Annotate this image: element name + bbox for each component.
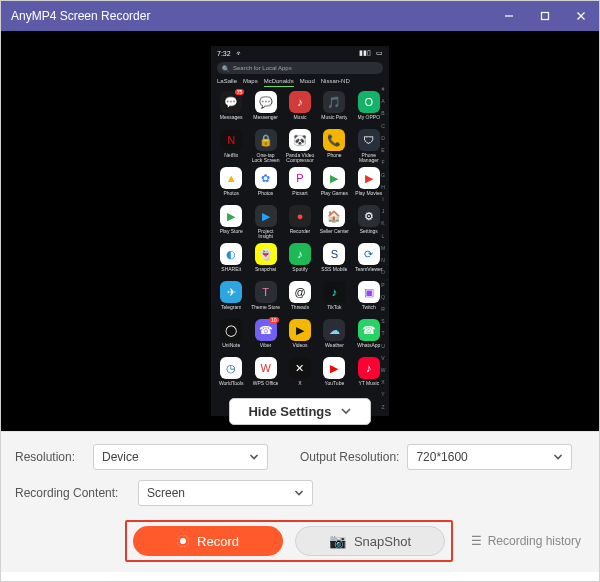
- app-item[interactable]: ♪Spotify: [284, 243, 316, 277]
- app-item[interactable]: ☎10Viber: [249, 319, 281, 353]
- app-item[interactable]: ◯UniNote: [215, 319, 247, 353]
- chevron-down-icon: [294, 486, 304, 500]
- list-icon: ☰: [471, 534, 482, 548]
- app-item[interactable]: 🎵Music Party: [318, 91, 350, 125]
- index-letter[interactable]: #: [379, 86, 387, 92]
- app-item[interactable]: 🏠Seller Center: [318, 205, 350, 239]
- maximize-button[interactable]: [527, 1, 563, 31]
- index-letter[interactable]: E: [379, 147, 387, 153]
- app-item[interactable]: ▶Videos: [284, 319, 316, 353]
- index-letter[interactable]: I: [379, 196, 387, 202]
- app-item[interactable]: ✕X: [284, 357, 316, 391]
- index-letter[interactable]: Q: [379, 294, 387, 300]
- app-item[interactable]: ◐SHAREit: [215, 243, 247, 277]
- app-icon: ⚙: [358, 205, 380, 227]
- app-item[interactable]: ♪TikTok: [318, 281, 350, 315]
- phone-screen[interactable]: 7:32 ᯤ ▮▮▯ ▭ 🔍 Search for Local Apps LaS…: [211, 46, 389, 416]
- app-item[interactable]: ◷WorldTools: [215, 357, 247, 391]
- app-icon: @: [289, 281, 311, 303]
- recording-content-select[interactable]: Screen: [138, 480, 313, 506]
- app-item[interactable]: ▶YouTube: [318, 357, 350, 391]
- app-label: Viber: [260, 343, 272, 353]
- index-letter[interactable]: W: [379, 367, 387, 373]
- app-label: My OPPO: [358, 115, 381, 125]
- index-letter[interactable]: O: [379, 269, 387, 275]
- app-item[interactable]: 💬75Messages: [215, 91, 247, 125]
- app-icon: 👻: [255, 243, 277, 265]
- index-letter[interactable]: U: [379, 343, 387, 349]
- app-item[interactable]: ✈Telegram: [215, 281, 247, 315]
- snapshot-button[interactable]: 📷 SnapShot: [295, 526, 445, 556]
- app-item[interactable]: 🐼Panda Video Compressor: [284, 129, 316, 163]
- badge: 10: [269, 317, 279, 323]
- app-icon: ✈: [220, 281, 242, 303]
- badge: 75: [235, 89, 245, 95]
- index-letter[interactable]: X: [379, 379, 387, 385]
- app-item[interactable]: 👻Snapchat: [249, 243, 281, 277]
- output-resolution-select[interactable]: 720*1600: [407, 444, 572, 470]
- index-letter[interactable]: D: [379, 135, 387, 141]
- app-label: Photos: [223, 191, 239, 201]
- index-letter[interactable]: Y: [379, 391, 387, 397]
- app-icon: ▶: [323, 167, 345, 189]
- app-item[interactable]: TTheme Store: [249, 281, 281, 315]
- index-letter[interactable]: L: [379, 233, 387, 239]
- app-item[interactable]: @Threads: [284, 281, 316, 315]
- index-letter[interactable]: P: [379, 282, 387, 288]
- phone-search[interactable]: 🔍 Search for Local Apps: [217, 62, 383, 74]
- app-item[interactable]: ☁Weather: [318, 319, 350, 353]
- app-icon: N: [220, 129, 242, 151]
- index-letter[interactable]: F: [379, 159, 387, 165]
- index-letter[interactable]: S: [379, 318, 387, 324]
- index-letter[interactable]: J: [379, 208, 387, 214]
- phone-tab[interactable]: Nissan-ND: [321, 78, 350, 87]
- app-icon: ☎10: [255, 319, 277, 341]
- phone-tab[interactable]: LaSalle: [217, 78, 237, 87]
- index-letter[interactable]: A: [379, 98, 387, 104]
- app-item[interactable]: ✿Photos: [249, 167, 281, 201]
- app-item[interactable]: PPicsart: [284, 167, 316, 201]
- app-item[interactable]: NNetflix: [215, 129, 247, 163]
- phone-tab[interactable]: McDonalds: [264, 78, 294, 87]
- recording-content-label: Recording Content:: [15, 486, 130, 500]
- app-item[interactable]: ▶Play Store: [215, 205, 247, 239]
- index-letter[interactable]: M: [379, 245, 387, 251]
- index-letter[interactable]: H: [379, 184, 387, 190]
- index-letter[interactable]: G: [379, 172, 387, 178]
- app-item[interactable]: 📞Phone: [318, 129, 350, 163]
- app-item[interactable]: 🔒One-tap Lock Screen: [249, 129, 281, 163]
- index-letter[interactable]: N: [379, 257, 387, 263]
- index-letter[interactable]: V: [379, 355, 387, 361]
- phone-tab[interactable]: Maps: [243, 78, 258, 87]
- app-item[interactable]: WWPS Office: [249, 357, 281, 391]
- index-letter[interactable]: C: [379, 123, 387, 129]
- app-icon: ▶: [220, 205, 242, 227]
- phone-tab[interactable]: Mood: [300, 78, 315, 87]
- app-item[interactable]: ♪Music: [284, 91, 316, 125]
- hide-settings-label: Hide Settings: [248, 404, 331, 419]
- index-letter[interactable]: K: [379, 220, 387, 226]
- alphabet-index[interactable]: #ABCDEFGHIJKLMNOPQRSTUVWXYZ: [379, 86, 387, 410]
- app-item[interactable]: 💬Messenger: [249, 91, 281, 125]
- app-item[interactable]: ▶Play Games: [318, 167, 350, 201]
- close-button[interactable]: [563, 1, 599, 31]
- app-item[interactable]: ▶Project Insight: [249, 205, 281, 239]
- record-button[interactable]: Record: [133, 526, 283, 556]
- index-letter[interactable]: R: [379, 306, 387, 312]
- app-icon: S: [323, 243, 345, 265]
- app-item[interactable]: SSSS Mobile: [318, 243, 350, 277]
- recording-history-link[interactable]: ☰ Recording history: [471, 534, 581, 548]
- resolution-select[interactable]: Device: [93, 444, 268, 470]
- app-item[interactable]: ●Recorder: [284, 205, 316, 239]
- hide-settings-button[interactable]: Hide Settings: [229, 398, 370, 425]
- app-label: TikTok: [327, 305, 341, 315]
- app-icon: O: [358, 91, 380, 113]
- app-icon: ●: [289, 205, 311, 227]
- app-icon: 🐼: [289, 129, 311, 151]
- app-label: Seller Center: [320, 229, 349, 239]
- app-item[interactable]: ▲Photos: [215, 167, 247, 201]
- index-letter[interactable]: T: [379, 330, 387, 336]
- index-letter[interactable]: B: [379, 110, 387, 116]
- minimize-button[interactable]: [491, 1, 527, 31]
- snapshot-label: SnapShot: [354, 534, 411, 549]
